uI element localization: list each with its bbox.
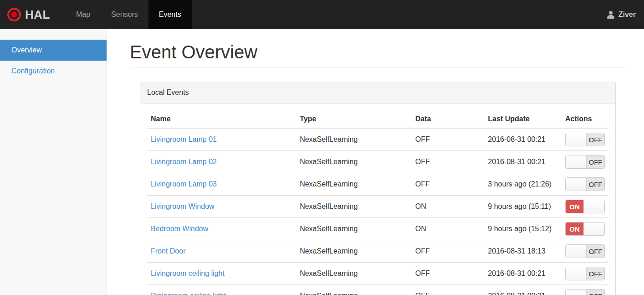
event-name-link[interactable]: Livingroom Lamp 03: [151, 180, 217, 188]
event-data: OFF: [412, 240, 485, 263]
event-name-link[interactable]: Livingroom ceiling light: [151, 269, 225, 277]
brand[interactable]: HAL: [0, 0, 58, 29]
page-title: Event Overview: [130, 41, 625, 63]
switch-handle[interactable]: [566, 133, 587, 146]
column-header-data: Data: [412, 110, 485, 128]
event-type: NexaSelfLearning: [296, 240, 412, 263]
event-last-update: 2016-08-31 00:21: [484, 128, 562, 151]
event-data: OFF: [412, 263, 485, 285]
switch-state-label: ON: [566, 200, 583, 213]
event-last-update: 9 hours ago (15:12): [484, 218, 562, 240]
top-navbar: HAL Map Sensors Events Ziver: [0, 0, 644, 29]
event-name-link[interactable]: Front Door: [151, 247, 185, 255]
switch-handle[interactable]: [583, 223, 604, 235]
event-data: OFF: [412, 173, 485, 196]
column-header-name: Name: [147, 110, 296, 128]
table-row: Bedroom Window NexaSelfLearning ON 9 hou…: [147, 218, 608, 240]
table-row: Livingroom ceiling light NexaSelfLearnin…: [147, 263, 608, 285]
event-last-update: 2016-08-31 00:21: [484, 263, 562, 285]
local-events-panel: Local Events Name Type Data Last Update …: [140, 82, 616, 295]
sidebar: Overview Configuration: [0, 29, 107, 295]
main-nav: Map Sensors Events: [66, 0, 192, 29]
switch-state-label: OFF: [587, 155, 604, 168]
brand-label: HAL: [25, 8, 50, 22]
event-type: NexaSelfLearning: [296, 151, 412, 173]
switch-handle[interactable]: [566, 155, 587, 168]
switch-state-label: ON: [566, 223, 583, 235]
table-row: Livingroom Lamp 02 NexaSelfLearning OFF …: [147, 151, 608, 173]
column-header-actions: Actions: [562, 110, 608, 128]
event-last-update: 9 hours ago (15:11): [484, 196, 562, 218]
switch-handle[interactable]: [566, 290, 587, 295]
table-header-row: Name Type Data Last Update Actions: [147, 110, 608, 128]
panel-body: Name Type Data Last Update Actions Livin…: [140, 104, 615, 295]
switch-state-label: OFF: [587, 245, 604, 258]
user-menu[interactable]: Ziver: [607, 0, 644, 29]
person-icon: [607, 11, 615, 19]
nav-item-events[interactable]: Events: [148, 0, 192, 29]
event-toggle-switch[interactable]: OFF: [565, 155, 605, 169]
event-last-update: 2016-08-31 00:21: [484, 151, 562, 173]
column-header-last-update: Last Update: [484, 110, 562, 128]
event-toggle-switch[interactable]: ON: [565, 200, 605, 213]
event-toggle-switch[interactable]: OFF: [565, 177, 605, 191]
user-name: Ziver: [618, 10, 636, 19]
nav-item-map[interactable]: Map: [66, 0, 101, 29]
event-name-link[interactable]: Bedroom Window: [151, 225, 208, 233]
table-row: Livingroom Lamp 01 NexaSelfLearning OFF …: [147, 128, 608, 151]
event-name-link[interactable]: Livingroom Lamp 01: [151, 135, 217, 143]
sidebar-item-configuration[interactable]: Configuration: [0, 61, 107, 82]
table-row: Livingroom Window NexaSelfLearning ON 9 …: [147, 196, 608, 218]
table-row: Livingroom Lamp 03 NexaSelfLearning OFF …: [147, 173, 608, 196]
switch-state-label: OFF: [587, 290, 604, 295]
event-toggle-switch[interactable]: OFF: [565, 133, 605, 146]
switch-handle[interactable]: [566, 267, 587, 280]
switch-handle[interactable]: [566, 178, 587, 191]
event-data: OFF: [412, 285, 485, 295]
page-header: Event Overview: [130, 41, 625, 68]
event-type: NexaSelfLearning: [296, 128, 412, 151]
switch-handle[interactable]: [583, 200, 604, 213]
event-toggle-switch[interactable]: OFF: [565, 244, 605, 258]
table-row: Front Door NexaSelfLearning OFF 2016-08-…: [147, 240, 608, 263]
event-data: ON: [412, 196, 485, 218]
event-type: NexaSelfLearning: [296, 285, 412, 295]
panel-title: Local Events: [140, 82, 615, 104]
event-toggle-switch[interactable]: ON: [565, 222, 605, 236]
event-last-update: 2016-08-31 18:13: [484, 240, 562, 263]
switch-state-label: OFF: [587, 178, 604, 191]
event-toggle-switch[interactable]: OFF: [565, 289, 605, 295]
column-header-type: Type: [296, 110, 412, 128]
events-table: Name Type Data Last Update Actions Livin…: [147, 110, 608, 295]
event-data: OFF: [412, 151, 485, 173]
event-toggle-switch[interactable]: OFF: [565, 267, 605, 280]
event-last-update: 2016-08-31 00:21: [484, 285, 562, 295]
hal-logo-icon: [7, 8, 21, 21]
table-row: Diningroom ceiling light NexaSelfLearnin…: [147, 285, 608, 295]
event-last-update: 3 hours ago (21:26): [484, 173, 562, 196]
event-type: NexaSelfLearning: [296, 218, 412, 240]
event-name-link[interactable]: Livingroom Lamp 02: [151, 158, 217, 166]
event-name-link[interactable]: Livingroom Window: [151, 202, 215, 210]
main-content: Event Overview Local Events Name Type Da…: [107, 29, 644, 295]
switch-state-label: OFF: [587, 133, 604, 146]
event-type: NexaSelfLearning: [296, 263, 412, 285]
nav-item-sensors[interactable]: Sensors: [101, 0, 148, 29]
event-name-link[interactable]: Diningroom ceiling light: [151, 292, 226, 295]
event-type: NexaSelfLearning: [296, 196, 412, 218]
sidebar-item-overview[interactable]: Overview: [0, 40, 107, 61]
switch-handle[interactable]: [566, 245, 587, 258]
event-data: OFF: [412, 128, 485, 151]
switch-state-label: OFF: [587, 267, 604, 280]
event-data: ON: [412, 218, 485, 240]
event-type: NexaSelfLearning: [296, 173, 412, 196]
